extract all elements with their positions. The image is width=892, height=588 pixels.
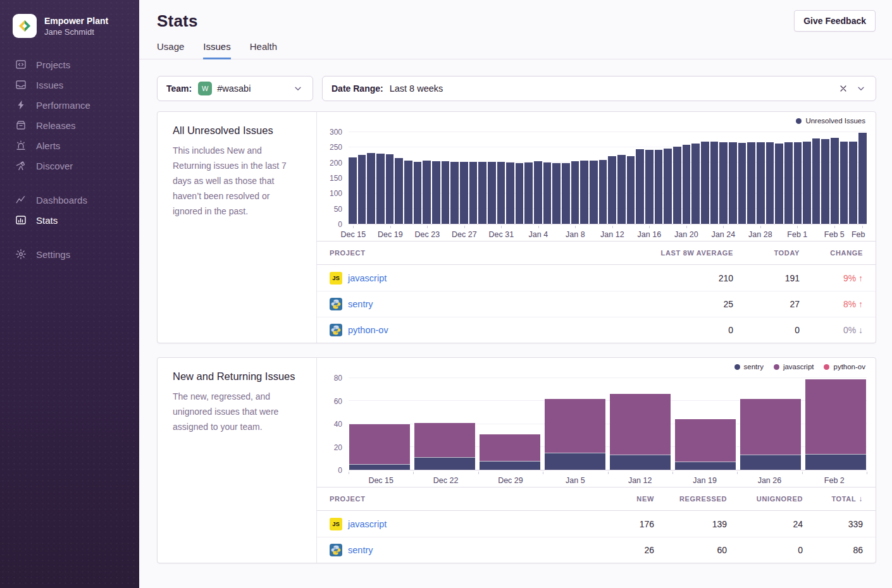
value-cell: 0 xyxy=(727,545,803,555)
sidebar-item-projects[interactable]: Projects xyxy=(0,54,139,75)
x-tick-mark xyxy=(427,226,428,228)
project-link-javascript[interactable]: javascript xyxy=(348,519,387,529)
x-tick-label: Dec 19 xyxy=(378,230,403,239)
chart-1: 020406080Dec 15Dec 22Dec 29Jan 5Jan 12Ja… xyxy=(322,360,870,487)
bar xyxy=(831,138,839,224)
x-tick-label: Feb 2 xyxy=(824,476,845,485)
legend-item-python-ov[interactable]: python-ov xyxy=(824,363,865,371)
bar xyxy=(442,161,450,224)
panel-chart-column: 050100150200250300Dec 15Dec 19Dec 23Dec … xyxy=(317,112,876,343)
bar xyxy=(395,158,403,224)
bar xyxy=(784,142,793,224)
project-link-python-ov[interactable]: python-ov xyxy=(348,325,388,335)
segment-sentry xyxy=(675,462,736,470)
x-tick-mark xyxy=(464,226,465,228)
sidebar-item-alerts[interactable]: Alerts xyxy=(0,135,139,156)
clear-icon[interactable] xyxy=(838,83,849,94)
project-cell: sentry xyxy=(330,298,632,310)
tab-health[interactable]: Health xyxy=(250,41,277,59)
sidebar-item-discover[interactable]: Discover xyxy=(0,156,139,176)
bar xyxy=(710,142,719,224)
x-tick-mark xyxy=(834,226,835,228)
segment-sentry xyxy=(805,454,866,470)
give-feedback-button[interactable]: Give Feedback xyxy=(794,10,876,32)
change-cell: 0% ↓ xyxy=(800,325,863,335)
tab-usage[interactable]: Usage xyxy=(157,41,184,59)
y-axis: 050100150200250300 xyxy=(322,132,345,224)
column-header-unignored: UNIGNORED xyxy=(727,495,803,503)
table-header-row: PROJECTNEWREGRESSEDUNIGNOREDTOTAL ↓ xyxy=(317,487,876,511)
column-header-regressed: REGRESSED xyxy=(654,495,727,503)
stacked-bar xyxy=(805,378,866,470)
panel-all-unresolved-issues: All Unresolved IssuesThis includes New a… xyxy=(157,111,876,343)
team-filter-select[interactable]: Team: W #wasabi xyxy=(157,76,313,101)
org-switcher[interactable]: Empower Plant Jane Schmidt xyxy=(0,14,139,38)
change-cell: 9% ↑ xyxy=(800,273,863,283)
value-cell: 26 xyxy=(585,545,654,555)
dashboards-icon xyxy=(15,194,27,205)
value-cell: 339 xyxy=(803,519,863,529)
legend-item-javascript[interactable]: javascript xyxy=(774,363,814,371)
stacked-bar xyxy=(414,378,475,470)
segment-sentry xyxy=(545,453,605,470)
segment-javascript xyxy=(545,399,605,453)
project-table: PROJECTLAST 8W AVERAGETODAYCHANGEJSjavas… xyxy=(317,241,876,343)
legend-item-sentry[interactable]: sentry xyxy=(734,363,764,371)
y-axis: 020406080 xyxy=(322,378,345,470)
legend-label: sentry xyxy=(744,363,764,371)
table-row-sentry: sentry2660086 xyxy=(317,537,876,563)
bar xyxy=(506,162,514,224)
x-tick-mark xyxy=(390,226,391,228)
sidebar-item-label: Dashboards xyxy=(36,195,87,205)
sidebar-item-stats[interactable]: Stats xyxy=(0,210,139,230)
date-range-select[interactable]: Date Range: Last 8 weeks xyxy=(322,76,876,101)
issues-icon xyxy=(15,79,27,90)
bar xyxy=(645,150,654,224)
sidebar-item-label: Projects xyxy=(36,59,70,70)
bar xyxy=(617,155,626,224)
project-cell: python-ov xyxy=(330,324,632,336)
filter-bar: Team: W #wasabi Date Range: Last 8 weeks xyxy=(157,76,876,101)
x-tick-label: Jan 4 xyxy=(529,230,548,239)
legend-dot-icon xyxy=(774,364,779,370)
sidebar-nav: ProjectsIssuesPerformanceReleasesAlertsD… xyxy=(0,54,139,264)
python-platform-icon xyxy=(330,298,342,310)
segment-javascript xyxy=(610,394,671,455)
nav-section-2: Settings xyxy=(0,244,139,264)
sidebar-item-performance[interactable]: Performance xyxy=(0,95,139,115)
segment-javascript xyxy=(805,379,866,454)
project-cell: JSjavascript xyxy=(330,272,632,285)
project-link-sentry[interactable]: sentry xyxy=(348,545,373,555)
panel-title: New and Returning Issues xyxy=(173,371,301,383)
bar xyxy=(432,161,440,224)
x-tick-label: Feb xyxy=(852,230,865,239)
panel-description-column: New and Returning IssuesThe new, regress… xyxy=(158,358,317,563)
sidebar-item-dashboards[interactable]: Dashboards xyxy=(0,190,139,210)
legend-label: Unresolved Issues xyxy=(805,117,865,125)
y-tick-label: 20 xyxy=(334,443,342,452)
sidebar-item-releases[interactable]: Releases xyxy=(0,115,139,135)
panel-new-and-returning-issues: New and Returning IssuesThe new, regress… xyxy=(157,357,876,563)
table-row-javascript: JSjavascript17613924339 xyxy=(317,511,876,537)
stacked-bar xyxy=(610,378,671,470)
sidebar-item-issues[interactable]: Issues xyxy=(0,75,139,95)
x-tick-label: Jan 12 xyxy=(600,230,624,239)
bar xyxy=(858,133,867,224)
x-tick-label: Dec 22 xyxy=(433,476,459,485)
nav-section-0: ProjectsIssuesPerformanceReleasesAlertsD… xyxy=(0,54,139,176)
project-cell: sentry xyxy=(330,544,585,556)
x-tick-label: Jan 5 xyxy=(566,476,585,485)
tab-issues[interactable]: Issues xyxy=(203,41,230,59)
javascript-platform-icon: JS xyxy=(330,272,342,285)
legend-item-unresolved-issues[interactable]: Unresolved Issues xyxy=(796,117,865,125)
bar-series xyxy=(349,132,867,224)
x-tick-mark xyxy=(353,226,354,228)
value-cell: 27 xyxy=(733,299,800,309)
column-header-total[interactable]: TOTAL ↓ xyxy=(803,494,863,503)
project-link-javascript[interactable]: javascript xyxy=(348,273,387,283)
x-tick-label: Jan 12 xyxy=(628,476,652,485)
sidebar-item-settings[interactable]: Settings xyxy=(0,244,139,264)
project-link-sentry[interactable]: sentry xyxy=(348,299,373,309)
y-tick-label: 150 xyxy=(330,174,342,183)
stats-icon xyxy=(15,214,27,226)
